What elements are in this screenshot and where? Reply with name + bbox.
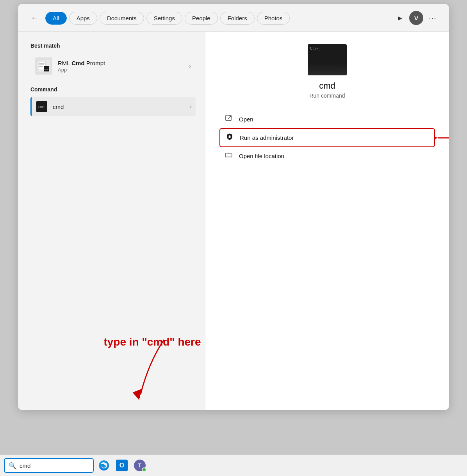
cmd-chevron-icon: › (190, 103, 192, 110)
action-run-admin[interactable]: Run as administrator (219, 128, 435, 147)
svg-point-11 (229, 135, 231, 137)
search-input[interactable] (20, 462, 94, 469)
left-pane: Best match cmd RM (18, 32, 205, 410)
cmd-thumbnail: C:\>_ (308, 44, 347, 75)
action-list: Open Run as administrator (219, 111, 435, 165)
best-match-text: RML Cmd Prompt App (58, 59, 189, 73)
red-arrow-right (434, 130, 449, 146)
open-location-label: Open file location (239, 153, 284, 159)
taskbar-edge[interactable] (96, 458, 112, 473)
svg-point-16 (99, 460, 109, 471)
svg-line-10 (228, 116, 231, 119)
cmd-label: cmd (53, 103, 190, 110)
svg-text:cmd: cmd (44, 68, 48, 71)
right-pane-inner: C:\>_ cmd Run command (219, 44, 435, 165)
open-label: Open (239, 116, 253, 123)
filter-bar: ← All Apps Documents Settings People Fol… (18, 4, 449, 32)
taskbar-teams[interactable]: T (132, 458, 148, 473)
best-match-icon: cmd (35, 57, 52, 75)
search-icon: 🔍 (9, 462, 16, 469)
tab-documents[interactable]: Documents (100, 12, 144, 25)
right-pane: C:\>_ cmd Run command (205, 32, 449, 410)
best-match-title: RML Cmd Prompt (58, 59, 189, 67)
app-name: cmd (319, 81, 335, 91)
search-panel: ← All Apps Documents Settings People Fol… (18, 4, 449, 410)
teams-badge (142, 467, 146, 472)
outlook-icon: O (116, 460, 128, 471)
tab-people[interactable]: People (185, 12, 218, 25)
open-icon (224, 114, 234, 124)
play-button[interactable]: ▶ (393, 11, 407, 25)
best-match-item[interactable]: cmd RML Cmd Prompt App › (30, 53, 196, 78)
svg-rect-12 (229, 137, 231, 138)
taskbar-outlook[interactable]: O (114, 458, 130, 473)
teams-icon: T (134, 460, 146, 471)
action-open-location[interactable]: Open file location (219, 147, 435, 165)
cmd-item[interactable]: cmd cmd › (30, 97, 196, 116)
content-area: Best match cmd RM (18, 32, 449, 410)
best-match-label: Best match (30, 43, 196, 49)
svg-text:cmd: cmd (37, 105, 45, 109)
app-preview: C:\>_ cmd Run command (219, 44, 435, 99)
command-section: Command cmd cmd › (30, 86, 196, 116)
shield-icon (225, 133, 234, 143)
taskbar: 🔍 O T (0, 455, 467, 476)
tab-all[interactable]: All (45, 12, 67, 25)
tab-folders[interactable]: Folders (220, 12, 255, 25)
rml-cmd-icon: cmd (37, 60, 50, 72)
edge-icon (98, 460, 110, 471)
folder-icon (224, 151, 234, 161)
cmd-thumbnail-text: C:\>_ (310, 46, 321, 50)
more-button[interactable]: ··· (426, 11, 440, 25)
cmd-icon: cmd (36, 100, 48, 113)
chevron-right-icon: › (189, 62, 191, 70)
run-admin-label: Run as administrator (240, 134, 294, 141)
tab-apps[interactable]: Apps (69, 12, 97, 25)
cmd-terminal-icon: cmd (36, 101, 47, 112)
app-type: Run command (309, 93, 345, 99)
best-match-subtitle: App (58, 67, 189, 73)
avatar[interactable]: V (409, 11, 423, 25)
back-button[interactable]: ← (27, 11, 41, 25)
tab-settings[interactable]: Settings (146, 12, 182, 25)
search-box[interactable]: 🔍 (4, 458, 94, 473)
tab-photos[interactable]: Photos (257, 12, 290, 25)
command-label: Command (30, 86, 196, 93)
action-open[interactable]: Open (219, 111, 435, 128)
